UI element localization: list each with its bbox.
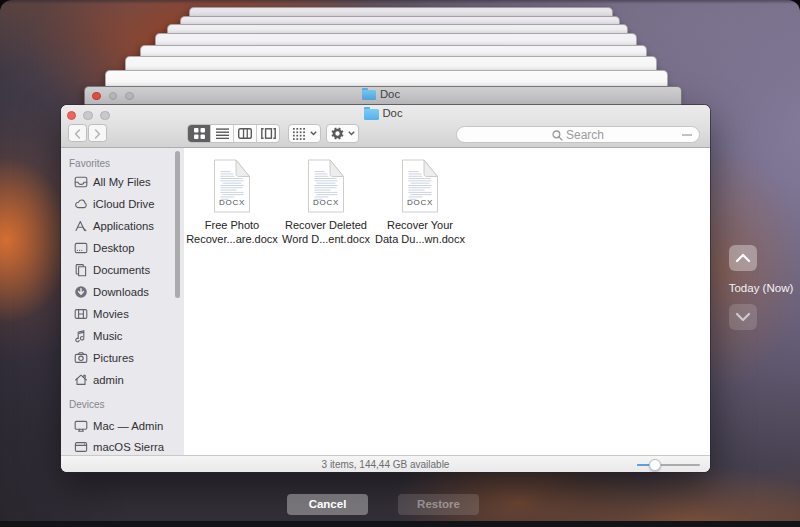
svg-text:DOCX: DOCX [313, 198, 339, 207]
svg-text:DOCX: DOCX [219, 198, 245, 207]
svg-text:DOCX: DOCX [407, 198, 433, 207]
